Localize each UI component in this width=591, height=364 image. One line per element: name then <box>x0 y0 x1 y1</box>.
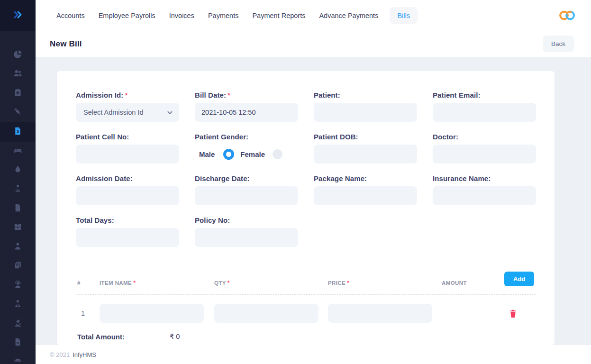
col-hash: # <box>76 280 100 286</box>
sidebar-toggle-button[interactable] <box>0 0 36 31</box>
doctor-label: Doctor: <box>433 133 536 141</box>
row-index: 1 <box>76 309 100 317</box>
syringe-icon <box>13 107 22 118</box>
col-qty: QTY* <box>214 280 328 286</box>
sidebar-item-patients[interactable] <box>0 65 36 84</box>
sidebar-item-reports[interactable] <box>0 257 36 276</box>
insurance-name-input[interactable] <box>433 186 536 205</box>
discharge-date-label: Discharge Date: <box>195 174 298 182</box>
person-icon <box>13 242 22 253</box>
sidebar-item-dashboard[interactable] <box>0 46 36 65</box>
total-amount-value: ₹ 0 <box>170 333 180 340</box>
delete-row-button[interactable] <box>509 309 517 318</box>
patient-input[interactable] <box>314 103 417 122</box>
admission-date-label: Admission Date: <box>76 174 179 182</box>
patient-email-input[interactable] <box>433 103 536 122</box>
item-name-input[interactable] <box>100 304 204 323</box>
sidebar-item-opd[interactable] <box>0 84 36 103</box>
field-policy-no: Policy No: <box>195 216 298 247</box>
sidebar-item-prescriptions[interactable]: R <box>0 334 36 353</box>
sidebar-item-documents[interactable] <box>0 199 36 218</box>
page-title: New Bill <box>50 39 82 49</box>
col-price: PRICE* <box>328 280 442 286</box>
field-patient-email: Patient Email: <box>433 91 536 122</box>
field-insurance-name: Insurance Name: <box>433 174 536 205</box>
sidebar-menu: $ R <box>0 31 36 364</box>
microscope-icon <box>13 318 22 329</box>
sidebar: $ R <box>0 0 36 364</box>
item-qty-input[interactable] <box>214 304 318 323</box>
field-package-name: Package Name: <box>314 174 417 205</box>
sidebar-item-staff[interactable] <box>0 237 36 257</box>
required-marker: * <box>227 280 230 286</box>
total-days-input[interactable] <box>76 228 179 247</box>
admission-id-select[interactable]: Select Admission Id <box>76 103 179 122</box>
footer-brand: InfyHMS <box>73 351 96 358</box>
trash-icon <box>509 309 517 318</box>
nav-item-employee-payrolls[interactable]: Employee Payrolls <box>99 7 155 24</box>
gender-female-radio[interactable] <box>273 149 282 159</box>
bill-items-table: # ITEM NAME* QTY* PRICE* AMOUNT Add 1 <box>76 275 536 341</box>
sidebar-item-pathology[interactable] <box>0 314 36 334</box>
receptionist-icon <box>13 280 22 291</box>
inventory-boxes-icon <box>13 222 22 233</box>
pie-chart-icon <box>13 50 22 61</box>
bill-date-input[interactable] <box>195 103 298 122</box>
doctor-icon <box>13 299 22 310</box>
users-icon <box>13 69 22 80</box>
bill-date-label: Bill Date:* <box>195 91 298 99</box>
field-bill-date: Bill Date:* <box>195 91 298 122</box>
top-navbar: Accounts Employee Payrolls Invoices Paym… <box>36 0 591 31</box>
back-button[interactable]: Back <box>543 36 574 52</box>
field-admission-id: Admission Id:* Select Admission Id <box>76 91 179 122</box>
required-marker: * <box>133 280 136 286</box>
footer: © 2021 InfyHMS <box>36 345 591 364</box>
sidebar-item-bed-management[interactable] <box>0 142 36 161</box>
svg-text:$: $ <box>17 129 19 134</box>
nav-item-payments[interactable]: Payments <box>208 7 238 24</box>
sidebar-item-blood-bank[interactable] <box>0 161 36 180</box>
nav-item-bills[interactable]: Bills <box>390 7 418 24</box>
field-patient-cell: Patient Cell No: <box>76 133 179 164</box>
gender-radio-group: Male Female <box>195 145 298 164</box>
gender-male-label: Male <box>199 150 215 158</box>
patient-cell-input[interactable] <box>76 145 179 164</box>
field-doctor: Doctor: <box>433 133 536 164</box>
sidebar-item-billing[interactable]: $ <box>0 122 36 142</box>
add-item-button[interactable]: Add <box>504 272 534 286</box>
bill-invoice-icon: $ <box>13 127 22 137</box>
blood-drop-icon <box>13 165 22 176</box>
doctor-input[interactable] <box>433 145 536 164</box>
nav-item-invoices[interactable]: Invoices <box>169 7 194 24</box>
page-header: New Bill Back <box>36 31 591 57</box>
patient-gender-label: Patient Gender: <box>195 133 298 141</box>
patient-dob-label: Patient DOB: <box>314 133 417 141</box>
field-patient: Patient: <box>314 91 417 122</box>
discharge-date-input[interactable] <box>195 186 298 205</box>
admission-date-input[interactable] <box>76 186 179 205</box>
package-name-input[interactable] <box>314 186 417 205</box>
sidebar-item-hostel[interactable] <box>0 353 36 364</box>
patient-dob-input[interactable] <box>314 145 417 164</box>
gender-male-radio[interactable] <box>223 149 234 160</box>
chevron-down-icon <box>167 110 173 115</box>
gender-female-label: Female <box>240 150 265 158</box>
col-item-name: ITEM NAME* <box>100 280 214 286</box>
package-name-label: Package Name: <box>314 174 417 182</box>
items-table-header: # ITEM NAME* QTY* PRICE* AMOUNT Add <box>76 275 536 295</box>
nav-item-advance-payments[interactable]: Advance Payments <box>319 7 378 24</box>
item-price-input[interactable] <box>328 304 432 323</box>
sidebar-item-receptionist[interactable] <box>0 276 36 295</box>
policy-no-label: Policy No: <box>195 216 298 224</box>
sidebar-item-doctors[interactable] <box>0 295 36 315</box>
sidebar-item-vaccination[interactable] <box>0 103 36 123</box>
field-discharge-date: Discharge Date: <box>195 174 298 205</box>
infyhms-logo-icon <box>557 9 577 22</box>
sidebar-item-inventory[interactable] <box>0 218 36 238</box>
policy-no-input[interactable] <box>195 228 298 247</box>
nav-item-accounts[interactable]: Accounts <box>56 7 85 24</box>
medical-clipboard-icon <box>13 88 22 99</box>
sidebar-item-patient-cases[interactable] <box>0 180 36 200</box>
bill-form: Admission Id:* Select Admission Id Bill … <box>76 91 536 247</box>
nav-item-payment-reports[interactable]: Payment Reports <box>252 7 305 24</box>
